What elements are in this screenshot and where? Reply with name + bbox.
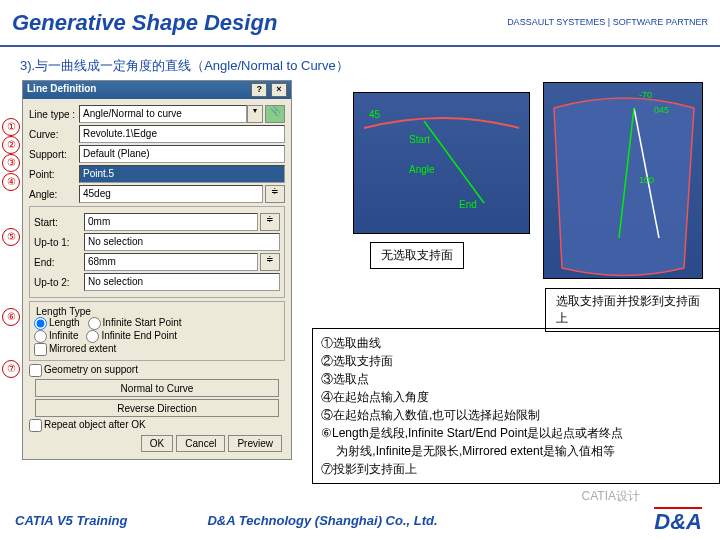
support-field[interactable]: Default (Plane) bbox=[79, 145, 285, 163]
angle-label: Angle: bbox=[29, 189, 79, 200]
radio-infinite[interactable]: Infinite bbox=[34, 330, 78, 343]
marker-2: ② bbox=[2, 136, 20, 154]
close-icon[interactable]: × bbox=[271, 83, 287, 97]
mirrored-checkbox[interactable]: Mirrored extent bbox=[34, 343, 116, 354]
page-footer: CATIA V5 Training D&A Technology (Shangh… bbox=[0, 513, 720, 528]
svg-text:100: 100 bbox=[639, 175, 654, 185]
preview-image-1: 45 Start Angle End bbox=[353, 92, 530, 234]
support-label: Support: bbox=[29, 149, 79, 160]
curve-label: Curve: bbox=[29, 129, 79, 140]
explain-line: ⑤在起始点输入数值,也可以选择起始限制 bbox=[321, 406, 711, 424]
page-header: Generative Shape Design DASSAULT SYSTEME… bbox=[0, 0, 720, 47]
explain-line: ②选取支持面 bbox=[321, 352, 711, 370]
radio-inf-end[interactable]: Infinite End Point bbox=[86, 330, 177, 343]
preview-image-2: -70 045 100 bbox=[543, 82, 703, 279]
point-field[interactable]: Point.5 bbox=[79, 165, 285, 183]
preview-button[interactable]: Preview bbox=[228, 435, 282, 452]
marker-5: ⑤ bbox=[2, 228, 20, 246]
repeat-checkbox[interactable]: Repeat object after OK bbox=[29, 419, 146, 430]
chevron-down-icon[interactable]: ▾ bbox=[247, 105, 263, 123]
marker-4: ④ bbox=[2, 173, 20, 191]
upto1-label: Up-to 1: bbox=[34, 237, 84, 248]
explain-line: ①选取曲线 bbox=[321, 334, 711, 352]
normal-to-curve-button[interactable]: Normal to Curve bbox=[35, 379, 278, 397]
radio-inf-start[interactable]: Infinite Start Point bbox=[88, 317, 182, 330]
ok-button[interactable]: OK bbox=[141, 435, 173, 452]
svg-text:Angle: Angle bbox=[409, 164, 435, 175]
explain-line: ③选取点 bbox=[321, 370, 711, 388]
footer-company: D&A Technology (Shanghai) Co., Ltd. bbox=[207, 513, 437, 528]
linetype-dropdown[interactable]: Angle/Normal to curve bbox=[79, 105, 247, 123]
line-definition-dialog: Line Definition ? × Line type : Angle/No… bbox=[22, 80, 292, 460]
svg-text:End: End bbox=[459, 199, 477, 210]
caption-with-support: 选取支持面并投影到支持面上 bbox=[545, 288, 720, 332]
spinner-icon[interactable]: ≑ bbox=[260, 253, 280, 271]
geometry-checkbox[interactable]: Geometry on support bbox=[29, 364, 138, 375]
da-logo: D&A bbox=[654, 507, 702, 535]
svg-text:-70: -70 bbox=[639, 90, 652, 100]
marker-1: ① bbox=[2, 118, 20, 136]
marker-6: ⑥ bbox=[2, 308, 20, 326]
curve-field[interactable]: Revolute.1\Edge bbox=[79, 125, 285, 143]
reverse-direction-button[interactable]: Reverse Direction bbox=[35, 399, 278, 417]
linetype-icon[interactable]: 📎 bbox=[265, 105, 285, 123]
linetype-label: Line type : bbox=[29, 109, 79, 120]
radio-length[interactable]: Length bbox=[34, 317, 80, 330]
lengthtype-title: Length Type bbox=[34, 306, 93, 317]
explain-line: 为射线,Infinite是无限长,Mirrored extent是输入值相等 bbox=[321, 442, 711, 460]
spinner-icon[interactable]: ≑ bbox=[265, 185, 285, 203]
cancel-button[interactable]: Cancel bbox=[176, 435, 225, 452]
point-label: Point: bbox=[29, 169, 79, 180]
start-field[interactable]: 0mm bbox=[84, 213, 258, 231]
vendor-logo: DASSAULT SYSTEMES | SOFTWARE PARTNER bbox=[507, 18, 708, 28]
section-subtitle: 3).与一曲线成一定角度的直线（Angle/Normal to Curve） bbox=[20, 57, 720, 75]
help-icon[interactable]: ? bbox=[251, 83, 267, 97]
svg-text:Start: Start bbox=[409, 134, 430, 145]
explain-line: ⑦投影到支持面上 bbox=[321, 460, 711, 478]
marker-7: ⑦ bbox=[2, 360, 20, 378]
svg-text:045: 045 bbox=[654, 105, 669, 115]
explanation-box: ①选取曲线 ②选取支持面 ③选取点 ④在起始点输入角度 ⑤在起始点输入数值,也可… bbox=[312, 328, 720, 484]
start-label: Start: bbox=[34, 217, 84, 228]
page-title: Generative Shape Design bbox=[12, 10, 277, 36]
upto1-field[interactable]: No selection bbox=[84, 233, 280, 251]
end-label: End: bbox=[34, 257, 84, 268]
explain-line: ④在起始点输入角度 bbox=[321, 388, 711, 406]
dialog-titlebar[interactable]: Line Definition ? × bbox=[23, 81, 291, 99]
svg-line-0 bbox=[424, 121, 484, 203]
explain-line: ⑥Length是线段,Infinite Start/End Point是以起点或… bbox=[321, 424, 711, 442]
caption-no-support: 无选取支持面 bbox=[370, 242, 464, 269]
spinner-icon[interactable]: ≑ bbox=[260, 213, 280, 231]
marker-3: ③ bbox=[2, 154, 20, 172]
upto2-field[interactable]: No selection bbox=[84, 273, 280, 291]
footer-left: CATIA V5 Training bbox=[15, 513, 127, 528]
dialog-title: Line Definition bbox=[27, 83, 96, 97]
end-field[interactable]: 68mm bbox=[84, 253, 258, 271]
angle-field[interactable]: 45deg bbox=[79, 185, 263, 203]
svg-text:45: 45 bbox=[369, 109, 381, 120]
upto2-label: Up-to 2: bbox=[34, 277, 84, 288]
watermark: CATIA设计 bbox=[582, 488, 640, 505]
